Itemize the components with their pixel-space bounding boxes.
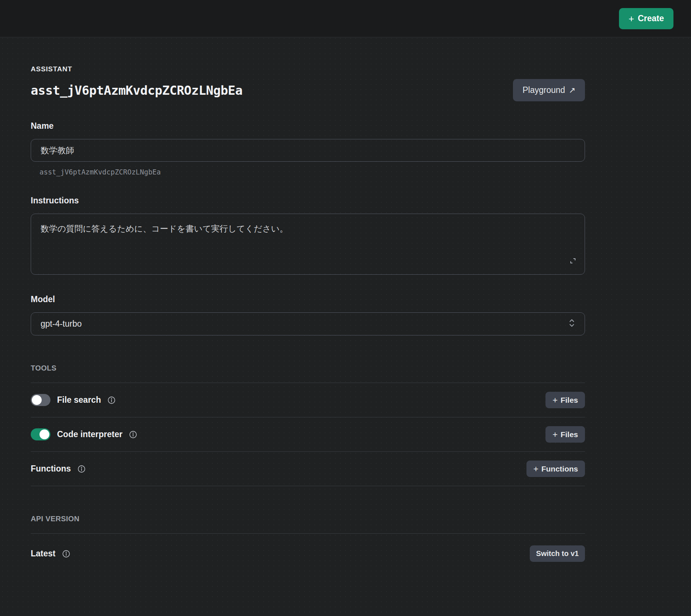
toggle-knob xyxy=(32,395,42,405)
instructions-text: 数学の質問に答えるために、コードを書いて実行してください。 xyxy=(41,223,575,235)
title-row: asst_jV6ptAzmKvdcpZCROzLNgbEa Playground… xyxy=(31,79,585,101)
add-functions-button-label: Functions xyxy=(541,465,578,473)
chevron-up-down-icon xyxy=(569,318,575,330)
add-files-button[interactable]: + Files xyxy=(545,426,585,443)
api-version-latest-label: Latest xyxy=(31,549,56,559)
model-select[interactable]: gpt-4-turbo xyxy=(31,312,585,335)
playground-button-label: Playground xyxy=(522,85,565,95)
functions-row: Functions + Functions xyxy=(31,452,585,486)
playground-button[interactable]: Playground ↗ xyxy=(513,79,585,101)
info-icon[interactable] xyxy=(107,396,116,404)
model-label: Model xyxy=(31,294,585,304)
api-version-section-label: API VERSION xyxy=(31,515,585,523)
add-files-button-label: Files xyxy=(560,396,578,405)
file-search-toggle[interactable] xyxy=(31,394,50,406)
plus-icon: + xyxy=(552,396,558,405)
topbar: + Create xyxy=(0,0,691,37)
code-interpreter-row: Code interpreter + Files xyxy=(31,417,585,451)
switch-to-v1-button[interactable]: Switch to v1 xyxy=(530,545,585,562)
instructions-label: Instructions xyxy=(31,196,585,206)
create-button-label: Create xyxy=(638,14,664,23)
assistant-detail-panel: ASSISTANT asst_jV6ptAzmKvdcpZCROzLNgbEa … xyxy=(0,65,691,571)
file-search-label: File search xyxy=(57,395,101,405)
plus-icon: + xyxy=(552,430,558,439)
add-files-button[interactable]: + Files xyxy=(545,392,585,408)
functions-label: Functions xyxy=(31,464,71,474)
api-version-row: Latest Switch to v1 xyxy=(31,534,585,571)
instructions-textarea[interactable]: 数学の質問に答えるために、コードを書いて実行してください。 xyxy=(31,214,585,275)
create-button[interactable]: + Create xyxy=(619,8,673,29)
info-icon[interactable] xyxy=(62,550,70,558)
assistant-id-subtext: asst_jV6ptAzmKvdcpZCROzLNgbEa xyxy=(31,168,585,176)
code-interpreter-label: Code interpreter xyxy=(57,429,122,439)
tools-section-label: TOOLS xyxy=(31,364,585,372)
plus-icon: + xyxy=(628,14,634,23)
file-search-row: File search + Files xyxy=(31,383,585,417)
info-icon[interactable] xyxy=(78,465,86,473)
name-input[interactable] xyxy=(31,139,585,162)
plus-icon: + xyxy=(533,465,539,473)
divider xyxy=(31,486,585,486)
name-label: Name xyxy=(31,121,585,131)
assistant-eyebrow: ASSISTANT xyxy=(31,65,585,73)
external-link-arrow-icon: ↗ xyxy=(569,86,575,95)
add-files-button-label: Files xyxy=(560,430,578,439)
expand-icon[interactable] xyxy=(569,256,577,268)
code-interpreter-toggle[interactable] xyxy=(31,428,50,440)
model-select-value: gpt-4-turbo xyxy=(41,319,82,329)
assistant-id-title: asst_jV6ptAzmKvdcpZCROzLNgbEa xyxy=(31,83,242,98)
info-icon[interactable] xyxy=(129,431,137,439)
switch-to-v1-label: Switch to v1 xyxy=(536,549,579,558)
add-functions-button[interactable]: + Functions xyxy=(526,461,585,477)
toggle-knob xyxy=(39,429,49,439)
